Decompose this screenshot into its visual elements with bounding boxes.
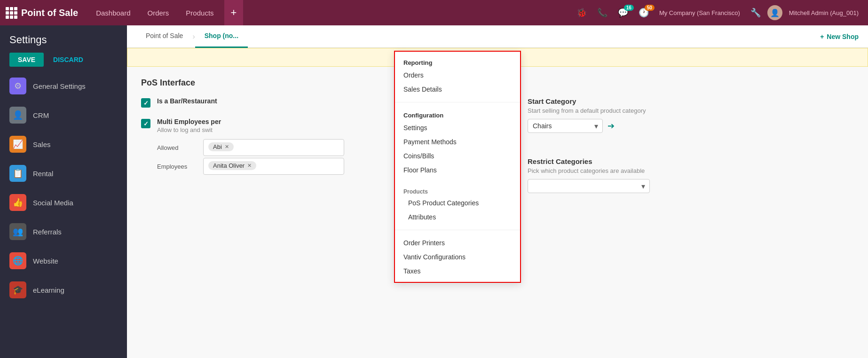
clock-icon[interactable]: 🕐 50	[635, 6, 653, 20]
sales-icon: 📈	[9, 136, 26, 153]
allowed-label: Allowed	[157, 144, 199, 151]
settings-title: Settings	[9, 34, 118, 46]
sidebar-item-sales[interactable]: 📈 Sales	[0, 130, 127, 159]
setting-content-start-category: Start Category Start selling from a defa…	[528, 97, 854, 133]
app-title: Point of Sale	[21, 8, 78, 18]
dropdown-item-coins-bills[interactable]: Coins/Bills	[395, 149, 520, 163]
sidebar-item-crm[interactable]: 👤 CRM	[0, 101, 127, 130]
dropdown-products-title: Products	[395, 185, 520, 196]
employees-label: Employees	[157, 163, 199, 170]
right-column: Start Category Start selling from a defa…	[512, 97, 854, 218]
restrict-categories-label: Restrict Categories	[528, 157, 854, 165]
dropdown-menu: Reporting Orders Sales Details Configura…	[394, 51, 521, 283]
navbar: Point of Sale Dashboard Orders Products …	[0, 0, 868, 25]
dropdown-item-orders[interactable]: Orders	[395, 68, 520, 82]
dropdown-products-section: Products PoS Product Categories Attribut…	[395, 181, 520, 228]
layout: Settings SAVE DISCARD ⚙ General Settings…	[0, 25, 868, 358]
sidebar-item-website[interactable]: 🌐 Website	[0, 246, 127, 275]
sidebar-item-rental[interactable]: 📋 Rental	[0, 159, 127, 188]
tag-anita-remove[interactable]: ✕	[247, 163, 252, 169]
restrict-categories-desc: Pick which product categories are availa…	[528, 167, 854, 174]
start-category-label: Start Category	[528, 97, 854, 105]
start-category-select-wrapper: Chairs	[528, 119, 603, 133]
dropdown-item-floor-plans[interactable]: Floor Plans	[395, 163, 520, 177]
tag-abi-label: Abi	[213, 143, 222, 150]
dropdown-reporting-section: Reporting Orders Sales Details	[395, 52, 520, 100]
restrict-categories-select-wrapper	[528, 179, 650, 193]
allowed-tags[interactable]: Abi ✕	[203, 139, 344, 156]
referrals-icon: 👥	[9, 223, 26, 240]
dropdown-divider-1	[395, 102, 520, 102]
general-settings-icon: ⚙	[9, 78, 26, 94]
start-category-select-row: Chairs ➔	[528, 119, 854, 133]
sidebar-label-rental: Rental	[33, 170, 53, 178]
main-content: Point of Sale › Shop (no... + New Shop P…	[127, 25, 868, 358]
company-name: My Company (San Francisco)	[655, 9, 744, 16]
setting-content-restrict-categories: Restrict Categories Pick which product c…	[528, 157, 854, 193]
restrict-categories-select[interactable]	[528, 179, 650, 193]
employees-tags[interactable]: Anita Oliver ✕	[203, 158, 344, 175]
dropdown-reporting-title: Reporting	[395, 55, 520, 68]
dropdown-item-attributes[interactable]: Attributes	[395, 210, 520, 224]
breadcrumb-root[interactable]: Point of Sale	[136, 25, 192, 48]
sidebar-label-referrals: Referrals	[33, 228, 62, 236]
navbar-icons: 🐞 📞 💬 16 🕐 50 My Company (San Francisco)…	[573, 5, 862, 20]
sidebar-item-general-settings[interactable]: ⚙ General Settings	[0, 71, 127, 101]
checkbox-bar-restaurant[interactable]	[141, 98, 150, 108]
sidebar-item-elearning[interactable]: 🎓 eLearning	[0, 275, 127, 304]
user-name: Mitchell Admin (Aug_001)	[785, 9, 862, 16]
new-shop-label: New Shop	[827, 33, 859, 40]
sidebar-label-website: Website	[33, 257, 58, 265]
save-button[interactable]: SAVE	[9, 53, 44, 67]
settings-wrench-icon[interactable]: 🔧	[747, 6, 765, 20]
dropdown-divider-2	[395, 230, 520, 230]
dropdown-item-pos-product-categories[interactable]: PoS Product Categories	[395, 196, 520, 210]
sidebar-label-sales: Sales	[33, 140, 51, 148]
new-shop-plus-icon: +	[820, 33, 824, 40]
dropdown-configuration-section: Configuration Settings Payment Methods C…	[395, 104, 520, 181]
elearning-icon: 🎓	[9, 281, 26, 298]
sidebar-item-social-media[interactable]: 👍 Social Media	[0, 188, 127, 217]
sidebar-label-social-media: Social Media	[33, 199, 73, 207]
bug-icon[interactable]: 🐞	[573, 6, 591, 20]
nav-plus[interactable]: +	[224, 0, 244, 25]
phone-icon[interactable]: 📞	[593, 6, 611, 20]
crm-icon: 👤	[9, 107, 26, 124]
setting-row-restrict-categories: Restrict Categories Pick which product c…	[512, 157, 854, 207]
tag-anita: Anita Oliver ✕	[208, 161, 256, 170]
rental-icon: 📋	[9, 165, 26, 182]
new-shop-button[interactable]: + New Shop	[820, 33, 859, 40]
dropdown-item-vantiv[interactable]: Vantiv Configurations	[395, 250, 520, 264]
setting-row-start-category: Start Category Start selling from a defa…	[512, 97, 854, 147]
sidebar-label-crm: CRM	[33, 111, 49, 119]
dropdown-item-payment-methods[interactable]: Payment Methods	[395, 135, 520, 149]
nav-products[interactable]: Products	[179, 0, 220, 25]
nav-orders[interactable]: Orders	[141, 0, 176, 25]
dropdown-item-taxes[interactable]: Taxes	[395, 264, 520, 278]
dropdown-item-settings[interactable]: Settings	[395, 121, 520, 135]
tag-abi: Abi ✕	[208, 142, 234, 151]
tag-abi-remove[interactable]: ✕	[225, 144, 229, 150]
dropdown-bottom-section: Order Printers Vantiv Configurations Tax…	[395, 232, 520, 282]
social-media-icon: 👍	[9, 194, 26, 211]
chat-icon[interactable]: 💬 16	[614, 6, 632, 20]
sidebar-label-general-settings: General Settings	[33, 82, 86, 90]
chat-badge: 16	[624, 5, 634, 11]
sidebar-item-referrals[interactable]: 👥 Referrals	[0, 217, 127, 246]
dropdown-configuration-title: Configuration	[395, 108, 520, 121]
discard-button[interactable]: DISCARD	[48, 53, 88, 67]
clock-badge: 50	[645, 5, 655, 11]
checkbox-multi-employees[interactable]	[141, 119, 150, 128]
sidebar: Settings SAVE DISCARD ⚙ General Settings…	[0, 25, 127, 358]
nav-dashboard[interactable]: Dashboard	[89, 0, 137, 25]
settings-buttons: SAVE DISCARD	[9, 53, 118, 67]
app-grid-icon[interactable]	[6, 7, 17, 19]
pos-tab-shop[interactable]: Shop (no...	[195, 25, 248, 48]
start-category-external-link-icon[interactable]: ➔	[608, 121, 615, 131]
start-category-select[interactable]: Chairs	[528, 119, 603, 133]
avatar[interactable]: 👤	[767, 5, 782, 20]
settings-header: Settings SAVE DISCARD	[0, 25, 127, 71]
dropdown-item-order-printers[interactable]: Order Printers	[395, 236, 520, 250]
start-category-desc: Start selling from a default product cat…	[528, 107, 854, 114]
dropdown-item-sales-details[interactable]: Sales Details	[395, 82, 520, 96]
